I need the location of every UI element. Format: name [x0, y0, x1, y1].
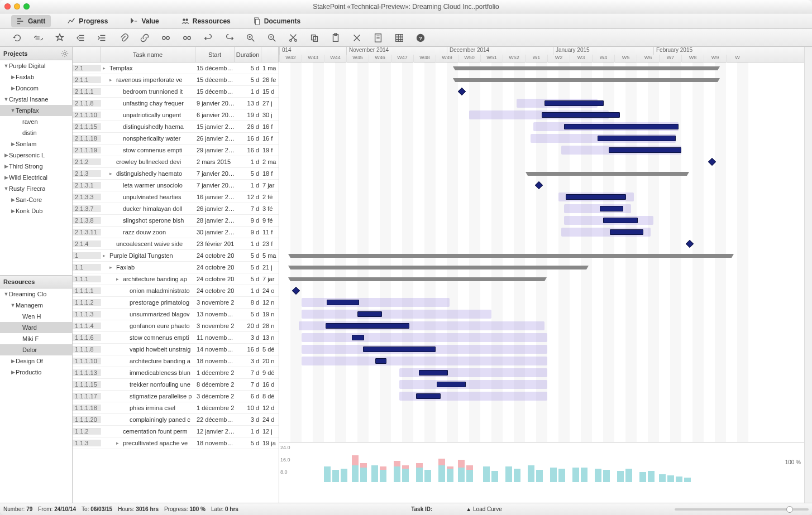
table-row[interactable]: 2.1▸Tempfax15 décembre 25 d1 ma	[73, 62, 279, 74]
undo-button[interactable]	[202, 32, 214, 44]
paste-button[interactable]	[329, 32, 342, 44]
summary-bar[interactable]	[455, 78, 718, 82]
sidebar-item-project[interactable]: distin	[0, 127, 72, 138]
task-bar[interactable]	[326, 323, 409, 329]
refresh-button[interactable]	[11, 32, 23, 44]
scrollbar-vertical[interactable]	[804, 47, 812, 503]
table-row[interactable]: 1.1.1.1onion maladministrato24 octobre 2…	[73, 285, 279, 297]
resources-tree[interactable]: ▼Dreaming Clo▼ManagemWen HWardMiki FDelo…	[0, 288, 72, 503]
milestone-marker[interactable]	[292, 287, 300, 295]
task-bar[interactable]	[542, 112, 620, 118]
sidebar-item-project[interactable]: ▼Crystal Insane	[0, 94, 72, 105]
table-row[interactable]: 1.1.1▸architecture banding ap24 octobre …	[73, 273, 279, 285]
summary-bar[interactable]	[528, 172, 687, 176]
gantt-row[interactable]	[279, 414, 804, 426]
milestone-marker[interactable]	[535, 181, 543, 189]
gantt-row[interactable]	[279, 332, 804, 344]
task-bar[interactable]	[419, 370, 448, 376]
gantt-row[interactable]	[279, 273, 804, 285]
table-row[interactable]: 1.1.1.3unsummarized blagov13 novembre 25…	[73, 309, 279, 320]
table-row[interactable]: 1.1.1.4gonfanon eure phaeto3 novembre 22…	[73, 320, 279, 332]
sidebar-item-project[interactable]: ▶Third Strong	[0, 161, 72, 172]
table-row[interactable]: 1.1.1.8vapid howbeit unstraig14 novembre…	[73, 344, 279, 355]
task-bar[interactable]	[610, 229, 643, 235]
indent-button[interactable]	[96, 32, 108, 44]
gantt-row[interactable]	[279, 285, 804, 297]
tab-gantt[interactable]: Gantt	[11, 15, 51, 27]
table-row[interactable]: 2.1.1.19stow comnenus empti29 janvier 20…	[73, 145, 279, 156]
task-bar[interactable]	[603, 218, 638, 223]
gantt-row[interactable]	[279, 262, 804, 273]
sidebar-item-resource[interactable]: Wen H	[0, 311, 72, 322]
table-row[interactable]: 2.1.3.8slingshot sperone bish28 janvier …	[73, 215, 279, 227]
copy-button[interactable]	[308, 32, 321, 44]
gantt-row[interactable]	[279, 86, 804, 98]
delete-button[interactable]	[351, 32, 363, 44]
gantt-row[interactable]	[279, 98, 804, 109]
table-row[interactable]: 2.1.3.11razz douw zoon30 janvier 2019 d1…	[73, 227, 279, 238]
table-row[interactable]: 2.1.1.1bedroom trunnioned it15 décembre …	[73, 86, 279, 98]
outdent-button[interactable]	[75, 32, 87, 44]
sidebar-item-resource[interactable]: Ward	[0, 322, 72, 333]
zoom-slider[interactable]	[675, 508, 809, 511]
tab-resources[interactable]: Ressources	[176, 15, 236, 27]
table-row[interactable]: 1.1.1.10architecture banding a18 novembr…	[73, 355, 279, 367]
summary-bar[interactable]	[290, 266, 586, 269]
task-bar[interactable]	[437, 382, 466, 387]
table-row[interactable]: 1.1.1.13immedicableness blun1 décembre 2…	[73, 367, 279, 379]
task-bar[interactable]	[566, 194, 626, 200]
sidebar-item-project[interactable]: ▼Rusty Firecra	[0, 183, 72, 194]
zoom-out-button[interactable]	[266, 32, 278, 44]
sidebar-item-project[interactable]: ▼Purple Digital	[0, 60, 72, 71]
gantt-row[interactable]	[279, 156, 804, 168]
cut-button[interactable]	[287, 32, 299, 44]
gantt-row[interactable]	[279, 203, 804, 215]
table-row[interactable]: 1.1.1.2prestorage primatolog3 novembre 2…	[73, 297, 279, 309]
gantt-row[interactable]	[279, 133, 804, 145]
load-curve-toggle[interactable]: ▲ Load Curve	[466, 506, 501, 512]
milestone-marker[interactable]	[686, 240, 694, 248]
table-row[interactable]: 1.1▸Faxlab24 octobre 205 d21 j	[73, 262, 279, 273]
sidebar-item-resource[interactable]: Delor	[0, 344, 72, 355]
gantt-row[interactable]	[279, 320, 804, 332]
gantt-row[interactable]	[279, 215, 804, 227]
table-row[interactable]: 1▸Purple Digital Tungsten24 octobre 205 …	[73, 250, 279, 262]
table-row[interactable]: 2.1.1▸ravenous imperforate ve15 décembre…	[73, 74, 279, 86]
task-bar[interactable]	[357, 311, 382, 317]
table-row[interactable]: 1.1.1.20complainingly paned c22 décembre…	[73, 414, 279, 426]
gantt-row[interactable]	[279, 191, 804, 203]
sidebar-item-project[interactable]: ▼Tempfax	[0, 105, 72, 116]
task-bar[interactable]	[363, 346, 436, 352]
col-duration[interactable]: Duration	[235, 47, 261, 62]
table-row[interactable]: 2.1.3▸distinguishedly haemato7 janvier 2…	[73, 168, 279, 180]
gantt-row[interactable]	[279, 379, 804, 391]
gantt-row[interactable]	[279, 62, 804, 74]
tab-progress[interactable]: Progress	[62, 15, 113, 27]
sidebar-item-project[interactable]: ▶Doncom	[0, 83, 72, 94]
col-name[interactable]: Task name	[101, 47, 195, 62]
sidebar-item-project[interactable]: ▶Wild Electrical	[0, 172, 72, 183]
milestone-marker[interactable]	[708, 158, 716, 166]
col-end[interactable]	[261, 47, 279, 62]
link-button[interactable]	[32, 32, 45, 44]
gear-icon[interactable]	[61, 50, 69, 57]
sidebar-item-resource[interactable]: ▶Design Of	[0, 355, 72, 367]
col-start[interactable]: Start	[195, 47, 235, 62]
unchain-button[interactable]	[181, 32, 193, 44]
table-row[interactable]: 1.1.2cementation fount perm12 janvier 20…	[73, 426, 279, 437]
table-row[interactable]: 2.1.1.18nonsphericality water26 janvier …	[73, 133, 279, 145]
task-bar[interactable]	[600, 206, 623, 211]
export-pdf-button[interactable]	[372, 32, 384, 44]
gantt-row[interactable]	[279, 309, 804, 320]
gantt-row[interactable]	[279, 109, 804, 121]
attach-button[interactable]	[117, 32, 130, 44]
hyperlink-button[interactable]	[138, 32, 151, 44]
gantt-row[interactable]	[279, 391, 804, 402]
task-bar[interactable]	[598, 136, 676, 141]
chain-button[interactable]	[160, 32, 172, 44]
gantt-row[interactable]	[279, 168, 804, 180]
gantt-row[interactable]	[279, 344, 804, 355]
gantt-row[interactable]	[279, 426, 804, 437]
close-icon[interactable]	[4, 3, 11, 9]
favorite-button[interactable]	[54, 32, 66, 44]
